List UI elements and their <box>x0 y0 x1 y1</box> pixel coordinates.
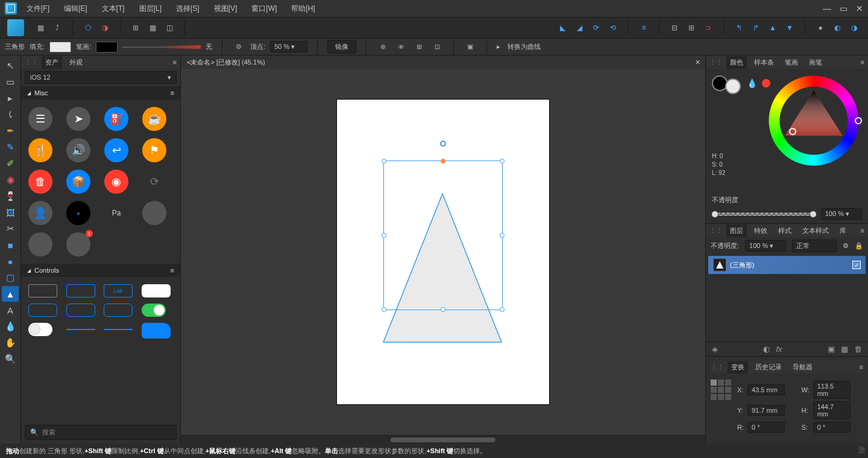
handle-br[interactable] <box>500 307 505 312</box>
target-icon[interactable]: ⊕ <box>376 40 389 54</box>
stroke-width-slider[interactable] <box>122 46 201 48</box>
layer-mask-icon[interactable]: ◈ <box>712 345 718 354</box>
menu-text[interactable]: 文本[T] <box>102 4 125 14</box>
eyedropper-tool[interactable]: 💧 <box>2 319 19 334</box>
grid-icon[interactable]: ▦ <box>34 21 47 34</box>
snap-grid-icon[interactable]: ⊞ <box>129 21 142 34</box>
asset-card[interactable] <box>142 284 171 297</box>
layer-delete-icon[interactable]: 🗑 <box>854 345 862 354</box>
asset-device-ipad-icon[interactable]: 1 <box>66 232 90 256</box>
tab-appearance[interactable]: 外观 <box>66 56 86 69</box>
pencil-tool[interactable]: ✎ <box>2 139 19 155</box>
panel-handle[interactable]: ⋮⋮ <box>25 59 38 66</box>
asset-avatar-icon[interactable]: 👤 <box>28 201 52 225</box>
r-input[interactable]: 0 ° <box>747 422 785 433</box>
y-input[interactable]: 91.7 mm <box>747 405 785 416</box>
document-close-icon[interactable]: ✕ <box>695 59 700 66</box>
menu-file[interactable]: 文件[F] <box>27 4 49 14</box>
handle-tr[interactable] <box>500 159 505 164</box>
asset-input-outline[interactable] <box>28 284 57 297</box>
circle2-icon[interactable]: ◐ <box>831 21 844 34</box>
menu-layer[interactable]: 图层[L] <box>139 4 162 14</box>
close-button[interactable]: ✕ <box>856 4 863 13</box>
asset-label-button[interactable]: Lab <box>104 284 133 297</box>
color-picker[interactable]: 💧 H: 0 S: 0 L: 92 <box>706 69 868 196</box>
asset-toggle-off[interactable] <box>28 323 52 336</box>
brush-tool[interactable]: ✐ <box>2 156 19 171</box>
insert-after-icon[interactable]: ↱ <box>749 21 763 34</box>
fill-tool[interactable]: ◉ <box>2 172 19 188</box>
zoom-tool[interactable]: 🔍 <box>2 351 19 367</box>
handle-tc[interactable] <box>441 159 445 164</box>
layer-adjust-icon[interactable]: ◐ <box>763 345 770 354</box>
tab-layers[interactable]: 图层 <box>726 224 747 237</box>
menu-window[interactable]: 窗口[W] <box>251 4 277 14</box>
panel-handle[interactable]: ⋮⋮ <box>711 363 724 371</box>
tab-history[interactable]: 历史记录 <box>752 361 785 374</box>
stroke-swatch[interactable] <box>96 42 118 52</box>
opacity-slider[interactable] <box>712 212 816 217</box>
layer-opacity-select[interactable]: 100 % ▾ <box>745 240 786 252</box>
handle-tl[interactable] <box>382 159 386 164</box>
snap-pixel-icon[interactable]: ▦ <box>146 21 159 34</box>
crop-tool[interactable]: ✂ <box>2 221 19 237</box>
tab-fx[interactable]: 特效 <box>750 224 771 237</box>
asset-reply-icon[interactable]: ↩ <box>104 138 128 162</box>
eyedropper-icon[interactable]: 💧 <box>747 78 757 88</box>
move-down-icon[interactable]: ▼ <box>783 21 796 34</box>
asset-radio-icon[interactable]: ● <box>66 201 90 225</box>
asset-location-icon[interactable]: ➤ <box>66 107 90 131</box>
tab-swatches[interactable]: 样本条 <box>750 56 778 69</box>
s-input[interactable]: 0 ° <box>813 422 851 433</box>
tab-textstyles[interactable]: 文本样式 <box>799 224 832 237</box>
rulers-icon[interactable]: ⊞ <box>412 40 426 54</box>
align-left-icon[interactable]: ≡ <box>637 21 650 34</box>
move-up-icon[interactable]: ▲ <box>766 21 779 34</box>
layer-clip-icon[interactable]: ▣ <box>828 345 835 354</box>
asset-input-active[interactable] <box>66 284 95 297</box>
color-wheel[interactable] <box>766 72 862 169</box>
tab-brush[interactable]: 画笔 <box>805 56 826 69</box>
hand-tool[interactable]: ✋ <box>2 335 19 351</box>
x-input[interactable]: 43.5 mm <box>747 384 785 395</box>
menu-help[interactable]: 帮助[H] <box>291 4 315 14</box>
asset-list-icon[interactable]: ☰ <box>28 107 52 131</box>
asset-toggle-on[interactable] <box>142 304 166 317</box>
section-controls-header[interactable]: ◢Controls ≡ <box>21 264 180 277</box>
layer-row-triangle[interactable]: (三角形) ✓ <box>708 256 866 274</box>
w-input[interactable]: 113.5 mm <box>813 381 851 399</box>
node-tool[interactable]: ▸ <box>2 91 19 106</box>
layer-lock-icon[interactable]: 🔒 <box>855 242 863 250</box>
h-input[interactable]: 144.7 mm <box>813 401 851 419</box>
corner-tool[interactable]: ⤹ <box>2 107 19 122</box>
triangle-tool[interactable]: ▲ <box>2 286 19 302</box>
snap-bounds-icon[interactable]: ◫ <box>163 21 176 34</box>
asset-device-8-icon[interactable] <box>28 232 52 256</box>
panel-menu-icon[interactable]: ≡ <box>861 227 864 234</box>
asset-rounded-outline3[interactable] <box>104 304 133 317</box>
asset-category-select[interactable]: iOS 12▾ <box>25 71 177 84</box>
asset-divider-2[interactable] <box>104 329 133 330</box>
guides-icon[interactable]: ⊡ <box>430 40 444 54</box>
shape-add-icon[interactable]: ⬠ <box>81 21 95 34</box>
handle-bc[interactable] <box>441 307 445 312</box>
panel-handle[interactable]: ⋮⋮ <box>709 227 723 235</box>
asset-archive-icon[interactable]: 📦 <box>66 170 90 194</box>
circle1-icon[interactable]: ● <box>814 21 827 34</box>
asset-rounded-outline[interactable] <box>28 304 57 317</box>
convert-curve-button[interactable]: 转换为曲线 <box>508 42 541 51</box>
text-tool[interactable]: A <box>2 302 19 318</box>
tab-navigator[interactable]: 导航器 <box>789 361 816 374</box>
magnet-icon[interactable]: ⊃ <box>702 21 715 34</box>
layer-settings-icon[interactable]: ⚙ <box>843 242 849 250</box>
asset-food-icon[interactable]: 🍴 <box>28 138 52 162</box>
panel-menu-icon[interactable]: ≡ <box>173 59 177 66</box>
circle3-icon[interactable]: ◑ <box>848 21 861 34</box>
asset-search[interactable]: 🔍 搜索 <box>25 425 177 440</box>
horizontal-scrollbar[interactable] <box>181 435 705 444</box>
asset-fingerprint-icon[interactable]: ◉ <box>104 170 128 194</box>
asset-sound-icon[interactable]: 🔊 <box>66 138 90 162</box>
rotate-cw-icon[interactable]: ⟳ <box>590 21 603 34</box>
asset-cup-icon[interactable]: ☕ <box>142 107 166 131</box>
tab-stroke[interactable]: 笔画 <box>781 56 802 69</box>
